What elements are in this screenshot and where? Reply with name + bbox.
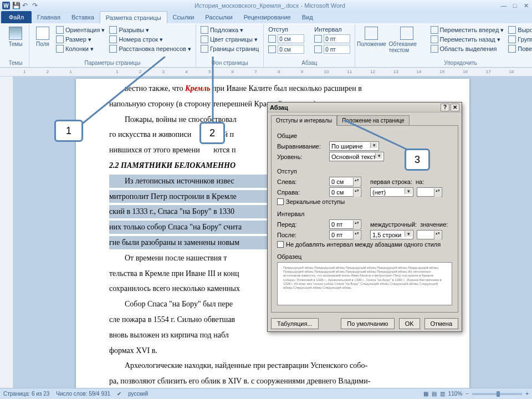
alignment-label: Выравнивание: <box>277 143 326 150</box>
status-zoom[interactable]: 110% <box>448 391 463 397</box>
page-borders-icon <box>201 45 208 53</box>
tab-home[interactable]: Главная <box>32 11 66 23</box>
tab-review[interactable]: Рецензирование <box>238 11 296 23</box>
spacing-after-input[interactable]: 0 пт <box>329 230 361 239</box>
dialog-help-icon[interactable]: ? <box>441 104 449 111</box>
spacing-section: Интервал <box>313 25 351 33</box>
send-backward-button[interactable]: Переместить назад ▾ <box>429 35 505 44</box>
text-line[interactable]: вестно также, что Кремль при Иване Калит… <box>109 82 442 95</box>
spacing-before[interactable]: 0 пт <box>313 34 351 44</box>
dialog-tab-indents[interactable]: Отступы и интервалы <box>271 115 337 126</box>
paragraph-dialog[interactable]: Абзац ? ✕ Отступы и интервалы Положение … <box>267 102 462 332</box>
position-button[interactable]: Положение <box>359 25 384 54</box>
group-objects-button[interactable]: Группировать ▾ <box>507 35 532 44</box>
tab-file[interactable]: Файл <box>1 11 32 23</box>
page-color-button[interactable]: Цвет страницы ▾ <box>200 35 260 44</box>
indent-right[interactable]: 0 см <box>267 44 305 54</box>
group-page-background: Подложка ▾ Цвет страницы ▾ Границы стран… <box>196 24 264 67</box>
watermark-icon <box>201 26 208 34</box>
hyphenation-button[interactable]: Расстановка переносов ▾ <box>108 44 192 53</box>
line-numbers-icon <box>109 35 117 43</box>
themes-button[interactable]: Темы <box>6 25 25 48</box>
size-button[interactable]: Размер ▾ <box>55 35 106 44</box>
tab-page-layout[interactable]: Разметка страницы <box>100 11 167 23</box>
group-paragraph-label: Абзац <box>267 59 351 66</box>
horizontal-ruler[interactable]: 121123456789101112131415161718 <box>0 68 532 76</box>
view-reading-icon[interactable]: ▤ <box>432 391 437 397</box>
tab-references[interactable]: Ссылки <box>167 11 200 23</box>
window-title: История_московского_Кремля_.docx - Micro… <box>40 2 500 9</box>
checkbox-icon <box>277 198 284 205</box>
position-icon <box>365 27 378 40</box>
indent-section: Отступ <box>267 25 305 33</box>
vertical-ruler[interactable] <box>0 76 13 388</box>
spacing-after-icon <box>314 45 322 53</box>
firstline-by-input[interactable] <box>417 187 442 197</box>
section-spacing: Интервал <box>277 211 452 217</box>
indent-left-input[interactable]: 0 см <box>329 177 361 186</box>
view-print-layout-icon[interactable]: ▦ <box>423 391 428 397</box>
tab-insert[interactable]: Вставка <box>66 11 100 23</box>
default-button[interactable]: По умолчанию <box>341 318 394 329</box>
firstline-select[interactable]: (нет) <box>370 187 413 197</box>
tab-view[interactable]: Вид <box>296 11 319 23</box>
by-label: на: <box>416 178 424 185</box>
undo-icon[interactable]: ↶ <box>22 2 30 9</box>
linespacing-select[interactable]: 1,5 строки <box>370 230 413 239</box>
spacing-after[interactable]: 0 пт <box>313 44 351 54</box>
wrap-text-button[interactable]: Обтекание текстом <box>387 25 427 54</box>
margins-button[interactable]: Поля <box>33 25 53 53</box>
indent-left[interactable]: 0 см <box>267 34 305 44</box>
save-icon[interactable]: 💾 <box>12 2 20 9</box>
text-line[interactable]: Археологические находки, найденные при р… <box>109 359 442 372</box>
mirror-indents-checkbox[interactable]: Зеркальные отступы <box>277 198 452 205</box>
alignment-select[interactable]: По ширине <box>329 141 379 151</box>
dialog-close-icon[interactable]: ✕ <box>451 104 459 111</box>
app-icon: W <box>2 2 10 9</box>
group-arrange-label: Упорядочить <box>359 59 532 66</box>
line-numbers-button[interactable]: Номера строк ▾ <box>108 35 192 44</box>
bring-forward-button[interactable]: Переместить вперед ▾ <box>429 25 505 34</box>
status-page[interactable]: Страница: 6 из 23 <box>3 391 49 397</box>
cancel-button[interactable]: Отмена <box>424 318 458 329</box>
maximize-icon[interactable]: □ <box>511 2 519 9</box>
minimize-icon[interactable]: — <box>500 2 508 9</box>
columns-button[interactable]: Колонки ▾ <box>55 44 106 53</box>
watermark-button[interactable]: Подложка ▾ <box>200 25 260 34</box>
group-page-setup: Поля Ориентация ▾ Размер ▾ Колонки ▾ Раз… <box>29 24 196 67</box>
dialog-titlebar[interactable]: Абзац ? ✕ <box>268 103 462 112</box>
dialog-tab-pageflow[interactable]: Положение на странице <box>337 115 409 126</box>
page-borders-button[interactable]: Границы страниц <box>200 44 260 53</box>
zoom-slider[interactable] <box>472 393 522 395</box>
outline-level-select[interactable]: Основной текст <box>329 152 384 161</box>
after-label: После: <box>277 232 326 238</box>
indent-right-input[interactable]: 0 см <box>329 187 361 197</box>
themes-icon <box>9 27 22 40</box>
ok-button[interactable]: OK <box>399 318 420 329</box>
columns-icon <box>56 45 64 53</box>
text-line[interactable]: формах XVI в. <box>109 344 442 357</box>
align-button[interactable]: Выровнять ▾ <box>507 25 532 34</box>
breaks-button[interactable]: Разрывы ▾ <box>108 25 192 34</box>
spacing-before-input[interactable]: 0 пт <box>329 219 361 229</box>
status-proof-icon[interactable]: ✔ <box>117 391 121 397</box>
close-icon[interactable]: ✕ <box>522 2 530 9</box>
text-line[interactable]: ра, позволяют сблизить его облик в XIV в… <box>109 375 442 388</box>
tab-mailings[interactable]: Рассылки <box>200 11 238 23</box>
status-language[interactable]: русский <box>128 391 148 397</box>
status-words[interactable]: Число слов: 59/4 931 <box>56 391 110 397</box>
view-web-icon[interactable]: ▥ <box>440 391 445 397</box>
rotate-button[interactable]: Повернуть ▾ <box>507 44 532 53</box>
orientation-button[interactable]: Ориентация ▾ <box>55 25 106 34</box>
margins-label: Поля <box>36 41 49 47</box>
selection-pane-button[interactable]: Область выделения <box>429 44 505 53</box>
group-objects-icon <box>508 35 516 43</box>
size-icon <box>56 35 64 43</box>
checkbox-icon <box>277 241 284 248</box>
no-space-same-style-checkbox[interactable]: Не добавлять интервал между абзацами одн… <box>277 241 452 248</box>
redo-icon[interactable]: ↷ <box>32 2 40 9</box>
zoom-out-icon[interactable]: − <box>466 391 469 397</box>
linespacing-at-input[interactable] <box>417 230 442 239</box>
tabs-button[interactable]: Табуляция... <box>271 318 319 329</box>
zoom-in-icon[interactable]: + <box>525 391 529 397</box>
